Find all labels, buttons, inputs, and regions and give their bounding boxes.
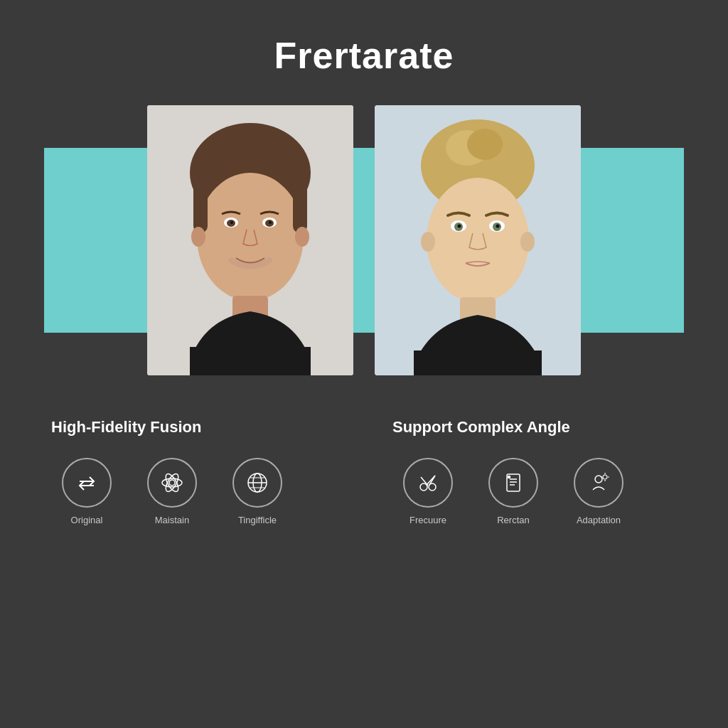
rerctan-icon-circle xyxy=(488,458,538,508)
tingifficle-label: Tingifficle xyxy=(238,515,277,525)
features-section: High-Fidelity Fusion Original xyxy=(44,418,684,525)
maistain-icon-circle xyxy=(147,458,197,508)
original-icon-circle xyxy=(62,458,112,508)
svg-point-21 xyxy=(421,232,435,252)
adaptation-icon-circle xyxy=(574,458,623,508)
frecuure-label: Frecuure xyxy=(410,515,446,525)
document-icon xyxy=(500,470,526,496)
svg-rect-5 xyxy=(293,176,307,233)
feature-group-high-fidelity: High-Fidelity Fusion Original xyxy=(44,418,343,525)
svg-point-3 xyxy=(197,173,304,301)
photo-person1 xyxy=(147,105,353,375)
svg-point-6 xyxy=(191,227,205,247)
svg-point-33 xyxy=(169,480,175,486)
feature-group-support-complex: Support Complex Angle Frecuure xyxy=(385,418,684,525)
atom-icon xyxy=(159,470,185,496)
feature-group-title-1: High-Fidelity Fusion xyxy=(44,418,201,437)
arrows-icon xyxy=(74,470,100,496)
svg-rect-30 xyxy=(414,350,542,375)
svg-point-20 xyxy=(427,178,529,303)
svg-point-53 xyxy=(603,475,607,479)
rerctan-label: Rerctan xyxy=(497,515,530,525)
svg-point-28 xyxy=(496,225,500,228)
feature-item-frecuure: Frecuure xyxy=(392,458,464,525)
photos-row xyxy=(147,105,581,375)
feature-icons-row-1: Original Maistain xyxy=(44,458,293,525)
face-settings-icon xyxy=(586,470,611,496)
original-label: Original xyxy=(71,515,103,525)
svg-point-51 xyxy=(508,476,510,478)
tingifficle-icon-circle xyxy=(232,458,282,508)
svg-rect-4 xyxy=(193,176,208,233)
svg-point-27 xyxy=(458,225,461,228)
svg-point-12 xyxy=(230,221,233,224)
photo-person2 xyxy=(375,105,581,375)
scissors-icon xyxy=(415,470,441,496)
feature-item-maistain: Maistain xyxy=(136,458,208,525)
image-section xyxy=(44,105,684,375)
feature-item-rerctan: Rerctan xyxy=(478,458,549,525)
feature-item-adaptation: Adaptation xyxy=(563,458,634,525)
svg-rect-15 xyxy=(190,347,311,375)
svg-point-7 xyxy=(295,227,309,247)
adaptation-label: Adaptation xyxy=(577,515,621,525)
feature-icons-row-2: Frecuure Rerctan xyxy=(385,458,634,525)
svg-point-22 xyxy=(520,232,535,252)
globe-icon xyxy=(245,470,270,496)
feature-group-title-2: Support Complex Angle xyxy=(385,418,570,437)
svg-point-13 xyxy=(269,221,272,224)
feature-item-tingifficle: Tingifficle xyxy=(222,458,293,525)
svg-point-19 xyxy=(467,129,503,160)
feature-item-original: Original xyxy=(51,458,122,525)
main-title: Frertarate xyxy=(274,34,454,77)
frecuure-icon-circle xyxy=(403,458,453,508)
title-section: Frertarate xyxy=(274,34,454,77)
maistain-label: Maistain xyxy=(155,515,189,525)
